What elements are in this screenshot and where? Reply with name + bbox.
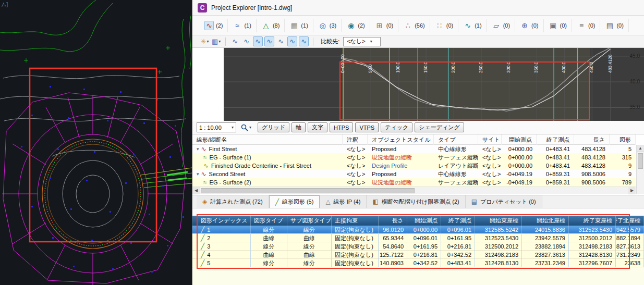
scroll-right-arrow[interactable]: ▶	[628, 187, 636, 194]
category-point-groups[interactable]: ∷(0)	[430, 19, 458, 32]
geometry-row[interactable]: ╱3線分線分固定(拘束なし)54.86400+161.950+216.81312…	[192, 242, 644, 251]
profile-view[interactable]: 0+000.0050.0100.0150.0200.0250.0300.0350…	[192, 48, 644, 121]
category-survey[interactable]: ⊕(0)	[515, 19, 543, 32]
scale-select[interactable]: 1 : 10.00 ▾	[197, 122, 236, 132]
toggle-グリッド[interactable]: グリッド	[258, 122, 289, 132]
toggle-VTPS[interactable]: VTPS	[355, 122, 379, 132]
profile-view-4-button[interactable]: ∿	[264, 36, 274, 46]
subtype-cell: 線分	[287, 242, 332, 251]
tab-daylight-slope[interactable]: ◧横断勾配摺り付け限界測点 (2)	[367, 195, 465, 208]
tab-station-marker[interactable]: ◈計算された測点 (72)	[197, 195, 269, 208]
scroll-thumb[interactable]	[201, 188, 415, 193]
column-header[interactable]: 長さ	[379, 216, 407, 226]
column-header[interactable]: 図形	[610, 134, 636, 145]
category-blocks[interactable]: ▣(0)	[544, 19, 572, 32]
column-header[interactable]: 開始東座標	[475, 216, 522, 226]
column-header[interactable]: 線形/縦断名	[192, 134, 343, 145]
annotation-cell: <なし>	[343, 170, 368, 178]
alignment-row[interactable]: ▾∿Second Street<なし>Proposed中心線線形<なし>-0+0…	[192, 170, 636, 178]
expand-caret[interactable]: ▾	[197, 146, 199, 152]
start-easting-cell: 312498.2183	[475, 251, 522, 259]
column-header[interactable]: 終了北座標	[616, 216, 644, 226]
geometry-row[interactable]: ╱2曲線曲線固定(拘束なし)65.93440+096.010+161.95312…	[192, 234, 644, 242]
alignment-row[interactable]: ≈EG - Surface (1)<なし>現況地盤の縦断サーフェス縦断<なし>0…	[192, 153, 636, 162]
column-header[interactable]: 注釈	[343, 134, 368, 145]
layout-options-button[interactable]: ▥▾	[211, 36, 221, 46]
category-profiles[interactable]: ≈(1)	[228, 19, 256, 32]
chevron-down-icon: ▾	[370, 39, 372, 44]
geometry-segment-icon: ╱	[275, 199, 279, 206]
category-pipe-networks[interactable]: ◎(3)	[313, 19, 342, 32]
annotation-cell: <なし>	[343, 162, 368, 170]
display-options-button[interactable]: ✳▾	[200, 36, 210, 46]
elevation-label: 40.0	[630, 79, 640, 84]
vertical-scrollbar[interactable]: ▲	[636, 145, 644, 194]
column-header[interactable]: 長さ	[574, 134, 610, 145]
expand-caret[interactable]: ▾	[197, 171, 199, 177]
svg-text:100.0: 100.0	[395, 61, 400, 73]
tab-property-list[interactable]: ▤プロパティセット (0)	[466, 195, 542, 208]
shape-count-cell: 5	[610, 145, 636, 153]
end-station-cell: 0+483.41	[537, 145, 574, 153]
scroll-thumb[interactable]	[638, 153, 643, 169]
toggle-文字[interactable]: 文字	[308, 122, 327, 132]
profile-view-3-button[interactable]: ∿	[253, 36, 263, 46]
svg-text:350.0: 350.0	[533, 61, 539, 73]
category-parcels[interactable]: ▱(0)	[487, 19, 515, 32]
alignment-row[interactable]: ▾∿First Street<なし>Proposed中心線線形<なし>0+000…	[192, 145, 636, 153]
toggle-シェーディング[interactable]: シェーディング	[415, 122, 464, 132]
tab-geometry-segment[interactable]: ╱線形図形 (5)	[269, 195, 320, 208]
daylight-slope-icon: ◧	[372, 198, 378, 205]
column-header[interactable]: 開始測点	[502, 134, 537, 145]
wave-icon: ∿	[289, 38, 295, 45]
column-header[interactable]: オブジェクトスタイル	[368, 134, 434, 145]
category-feature-lines[interactable]: ∿(1)	[458, 19, 487, 32]
column-header[interactable]: 図形タイプ	[251, 216, 287, 226]
zoom-button[interactable]: ▾	[239, 122, 253, 132]
start-station-cell: 0+000.00	[502, 145, 537, 153]
geometry-row[interactable]: ╱4曲線曲線固定(拘束なし)125.71220+216.810+342.5231…	[192, 251, 644, 259]
cad-viewport[interactable]: ム]	[0, 0, 192, 285]
category-count: (0)	[560, 22, 567, 29]
tab-pi-triangle[interactable]: △線形 IP (4)	[320, 195, 367, 208]
category-property-set-definitions[interactable]: ▤(0)	[600, 19, 628, 32]
category-corridors[interactable]: ▦(1)	[285, 19, 313, 32]
category-structures[interactable]: ⊞(0)	[370, 19, 398, 32]
profile-view-1-button[interactable]: ∿	[230, 36, 240, 46]
column-header[interactable]: 終了測点	[441, 216, 475, 226]
profile-view-5-button[interactable]: ∿	[276, 36, 286, 46]
alignment-row[interactable]: ∿Finished Grade Centerline - First Stree…	[192, 162, 636, 170]
toggle-軸[interactable]: 軸	[291, 122, 306, 132]
horizontal-scrollbar[interactable]: ◀ ▶	[192, 187, 636, 194]
titlebar[interactable]: C Project Explorer [Intro-1.dwg]	[192, 0, 644, 16]
column-header[interactable]: サイト	[478, 134, 502, 145]
index-number: 5	[207, 260, 210, 266]
category-pressure-networks[interactable]: ◉(2)	[342, 19, 370, 32]
category-surfaces[interactable]: △(8)	[257, 19, 285, 32]
column-header[interactable]: 正接拘束	[332, 216, 379, 226]
geometry-row[interactable]: ╱5線分線分固定(拘束なし)140.89030+342.520+483.4131…	[192, 259, 644, 267]
column-header[interactable]: タイプ	[434, 134, 478, 145]
end-northing-cell: 23882.1894	[616, 234, 644, 242]
profile-view-7-button[interactable]: ∿	[299, 36, 309, 46]
length-cell: 54.8640	[379, 242, 407, 251]
geometry-row[interactable]: ╱1線分線分固定(拘束なし)96.01200+000.000+096.01312…	[192, 226, 644, 234]
column-header[interactable]: サブ図形タイプ	[287, 216, 332, 226]
column-header[interactable]: 終了東座標	[569, 216, 616, 226]
column-header[interactable]: 開始北座標	[522, 216, 569, 226]
profile-view-2-button[interactable]: ∿	[241, 36, 251, 46]
scroll-left-arrow[interactable]: ◀	[192, 187, 200, 194]
profile-view-6-button[interactable]: ∿	[287, 36, 297, 46]
alignment-row[interactable]: ≈EG - Surface (2)<なし>現況地盤の縦断サーフェス縦断<なし>-…	[192, 178, 636, 187]
category-alignments[interactable]: ∿(2)	[200, 19, 228, 32]
toggle-HTPS[interactable]: HTPS	[330, 122, 353, 132]
category-layers[interactable]: ≡(0)	[572, 19, 600, 32]
toggle-ティック[interactable]: ティック	[381, 122, 412, 132]
compare-target-select[interactable]: <なし> ▾	[343, 37, 381, 46]
type-cell: 中心線線形	[434, 145, 478, 153]
category-points[interactable]: ∴(56)	[398, 19, 430, 32]
column-header[interactable]: 開始測点	[407, 216, 441, 226]
column-header[interactable]: 図形インデックス	[198, 216, 251, 226]
column-header[interactable]: 終了測点	[537, 134, 574, 145]
scroll-up-arrow[interactable]: ▲	[637, 145, 644, 152]
